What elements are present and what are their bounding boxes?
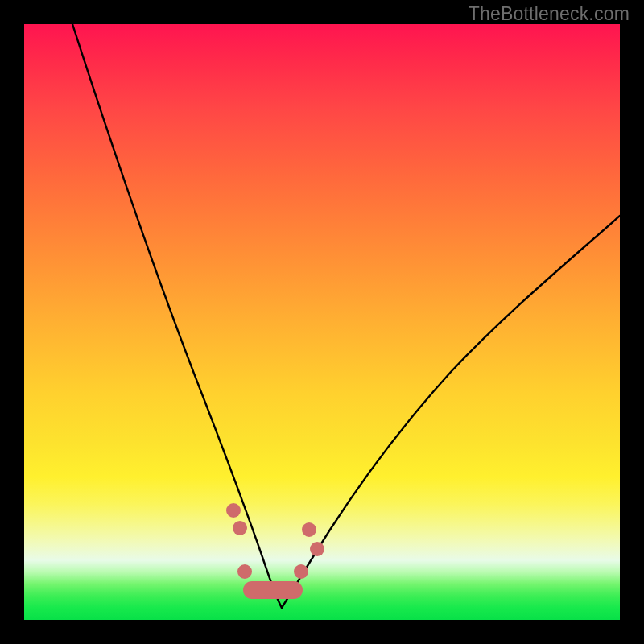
plot-area xyxy=(24,24,620,620)
right-branch-curve xyxy=(282,216,620,608)
trough-dot xyxy=(237,564,252,579)
trough-dot xyxy=(226,503,241,518)
watermark-text: TheBottleneck.com xyxy=(469,3,630,25)
trough-dot xyxy=(310,542,324,556)
trough-dot xyxy=(302,522,316,537)
outer-frame: TheBottleneck.com xyxy=(0,0,644,644)
trough-dot xyxy=(294,564,308,579)
trough-bar xyxy=(243,581,303,599)
left-branch-curve xyxy=(72,24,282,608)
curve-layer xyxy=(24,24,620,620)
trough-dot xyxy=(233,521,247,535)
